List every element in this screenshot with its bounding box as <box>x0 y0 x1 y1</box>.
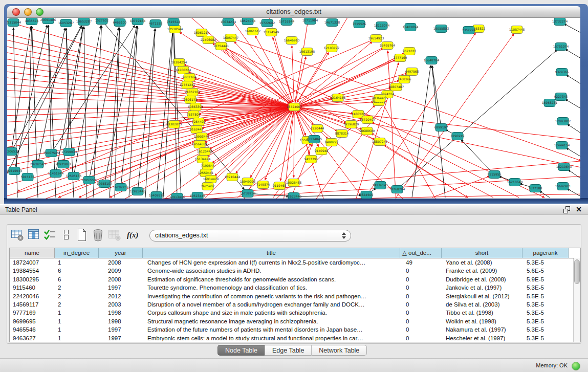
graph-node[interactable]: 6899197 <box>434 124 448 132</box>
graph-node[interactable]: 25206536 <box>7 148 19 156</box>
graph-node[interactable]: 8878314 <box>335 130 349 138</box>
column-header-title[interactable]: title <box>143 248 400 258</box>
table-row[interactable]: 1872400712008Changes of HCN gene express… <box>10 258 574 267</box>
table-row[interactable]: 1456911722003Disruption of a novel membe… <box>10 300 574 309</box>
graph-node[interactable]: 9621072 <box>403 48 417 55</box>
graph-node[interactable]: 16648784 <box>424 57 440 64</box>
graph-node[interactable]: 19654923 <box>368 35 384 42</box>
graph-node[interactable]: 1677188 <box>529 185 542 192</box>
graph-node[interactable]: 10523446 <box>190 192 206 199</box>
table-source-select[interactable]: citations_edges.txt <box>149 230 351 242</box>
graph-node[interactable]: 16055803 <box>433 25 449 33</box>
graph-node[interactable]: 16782759 <box>113 184 129 191</box>
graph-node[interactable]: 6497568 <box>405 68 419 76</box>
graph-node[interactable]: 16495764 <box>380 42 396 50</box>
column-header-in-degree[interactable]: in_degree <box>55 248 99 258</box>
graph-node[interactable]: 11057448 <box>509 26 525 34</box>
graph-node[interactable]: 12093872 <box>555 118 571 125</box>
graph-node[interactable]: 15751074 <box>553 43 569 51</box>
column-header-out-degree[interactable]: △ out_de... <box>400 248 442 258</box>
function-icon[interactable]: f(x) <box>125 228 140 243</box>
graph-node[interactable]: 11451944 <box>48 170 64 178</box>
float-panel-icon[interactable] <box>563 206 571 213</box>
graph-node[interactable]: 7357224 <box>462 27 476 34</box>
graph-node[interactable]: 16634234 <box>221 18 236 26</box>
network-window[interactable]: citations_edges.txt 18724007183842541420… <box>4 4 588 204</box>
graph-node[interactable]: 9227343 <box>554 93 568 101</box>
graph-node[interactable]: 10653287 <box>76 18 92 26</box>
graph-node[interactable]: 8215955 <box>488 171 502 179</box>
graph-node[interactable]: 9329366 <box>555 69 569 76</box>
graph-node[interactable]: 7637804 <box>187 111 201 119</box>
graph-node[interactable]: 13732274 <box>552 18 568 26</box>
graph-node[interactable]: 7149874 <box>256 181 270 189</box>
graph-node[interactable]: 12518544 <box>167 26 183 33</box>
graph-node[interactable]: 7220444 <box>311 125 324 133</box>
graph-node[interactable]: 9498222 <box>325 139 339 146</box>
graph-node[interactable]: 16738759 <box>240 190 256 198</box>
column-header-short[interactable]: short <box>442 248 522 258</box>
graph-node[interactable]: 19613195 <box>299 48 315 56</box>
graph-node[interactable]: 21852107 <box>185 89 201 96</box>
graph-node[interactable]: 12444154 <box>554 142 570 149</box>
graph-node[interactable]: 16914479 <box>203 176 219 183</box>
rows-icon[interactable] <box>59 228 75 243</box>
graph-node[interactable]: 10025488 <box>286 179 302 187</box>
graph-node[interactable]: 20287545 <box>30 161 46 168</box>
graph-node[interactable]: 12751241 <box>180 81 195 89</box>
graph-node[interactable]: 20691406 <box>40 17 56 24</box>
table-row[interactable]: 946362711997Embryonic stem cells: a mode… <box>10 334 574 342</box>
row-checklist-icon[interactable] <box>43 228 58 243</box>
import-table-icon[interactable] <box>107 228 123 243</box>
graph-node[interactable]: 15134845 <box>307 136 322 143</box>
graph-node[interactable]: 15958231 <box>542 99 558 107</box>
graph-node[interactable]: 15692971 <box>555 183 571 190</box>
graph-node[interactable]: 10688609 <box>359 127 375 135</box>
graph-node[interactable]: 18384254 <box>171 59 187 67</box>
graph-node[interactable]: 12913446 <box>169 193 185 199</box>
network-window-titlebar[interactable]: citations_edges.txt <box>7 6 580 18</box>
graph-node[interactable]: 18524074 <box>240 17 256 25</box>
graph-node[interactable]: 9824509 <box>360 191 374 199</box>
graph-node[interactable]: 4035574 <box>25 17 39 25</box>
graph-node[interactable]: 5015135 <box>21 173 35 181</box>
scrollbar-thumb[interactable] <box>574 259 580 284</box>
graph-node[interactable]: 15949023 <box>240 178 256 186</box>
column-header-name[interactable]: name <box>10 248 55 258</box>
graph-node[interactable]: 12623446 <box>286 193 302 199</box>
graph-node[interactable]: 12103722 <box>324 45 340 52</box>
table-row[interactable]: 2242004622012Investigating the contribut… <box>10 292 574 300</box>
graph-node[interactable]: 21067545 <box>43 149 59 157</box>
graph-node[interactable]: 7190544 <box>201 162 215 170</box>
graph-node[interactable]: 16210648 <box>507 179 523 186</box>
graph-node[interactable]: 16210643 <box>556 163 572 171</box>
table-row[interactable]: 1830029562008Estimation of significance … <box>10 275 574 283</box>
graph-node[interactable]: 10903441 <box>194 133 210 141</box>
graph-node[interactable]: 12505135 <box>66 172 82 180</box>
graph-node[interactable]: 9163447 <box>190 126 204 134</box>
graph-node[interactable]: 20975867 <box>56 161 72 168</box>
column-header-pagerank[interactable]: pagerank <box>522 248 569 258</box>
table-vertical-scrollbar[interactable] <box>573 258 580 342</box>
graph-node[interactable]: 7468266 <box>398 76 411 83</box>
graph-node[interactable]: 10711984 <box>302 17 318 25</box>
graph-node[interactable]: 18768784 <box>389 186 405 193</box>
graph-node[interactable]: 9140948 <box>315 147 329 155</box>
graph-node[interactable]: 16053287 <box>58 19 74 27</box>
graph-node[interactable]: 14200224 <box>176 67 191 74</box>
graph-node[interactable]: 1527602 <box>95 17 109 25</box>
graph-node[interactable]: 22406084 <box>201 36 216 44</box>
delete-icon[interactable] <box>91 228 106 243</box>
graph-node[interactable]: 17957225 <box>81 177 97 184</box>
graph-node[interactable]: 10719184 <box>130 17 146 25</box>
tab-edge-table[interactable]: Edge Table <box>265 345 311 356</box>
graph-node[interactable]: 18113074 <box>374 22 390 30</box>
graph-node[interactable]: 16061214 <box>194 29 210 37</box>
graph-node[interactable]: 7515526 <box>353 20 366 28</box>
graph-node[interactable]: 9862164 <box>183 74 197 81</box>
graph-node[interactable]: 10958107 <box>97 180 113 188</box>
table-row[interactable]: 946554611997Estimation of the future num… <box>10 325 574 334</box>
graph-node[interactable]: 16125441 <box>197 148 213 156</box>
new-document-icon[interactable] <box>75 228 90 243</box>
graph-node[interactable]: 16646910 <box>284 37 300 45</box>
